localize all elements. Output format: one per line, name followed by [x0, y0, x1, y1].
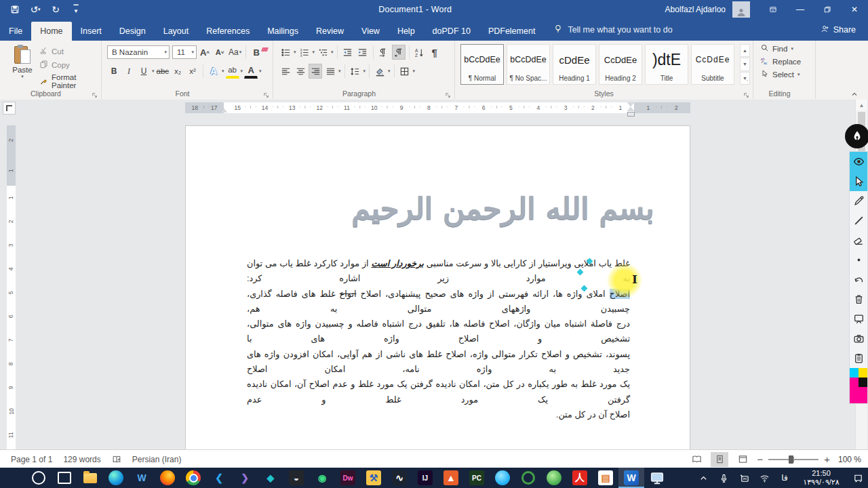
- zoom-slider[interactable]: [768, 459, 818, 460]
- dot-size-icon[interactable]: [850, 250, 867, 270]
- vertical-ruler[interactable]: 21123456789101112: [7, 125, 16, 449]
- replace-button[interactable]: abac Replace: [760, 56, 815, 66]
- style-subtitle[interactable]: CcDdEeSubtitle: [691, 44, 734, 85]
- numbering-button[interactable]: [298, 45, 311, 60]
- tab-view[interactable]: View: [353, 22, 389, 41]
- bullets-button[interactable]: [279, 45, 292, 60]
- cortana-icon[interactable]: [26, 468, 52, 488]
- matlab-icon[interactable]: ▲: [438, 468, 464, 488]
- tab-design[interactable]: Design: [111, 22, 155, 41]
- green-ring-app-icon[interactable]: [515, 468, 541, 488]
- page-indicator[interactable]: Page 1 of 1: [11, 455, 52, 464]
- multilevel-list-button[interactable]: [316, 45, 330, 60]
- find-button[interactable]: Find▾: [760, 43, 815, 54]
- minimize-icon[interactable]: —: [787, 0, 814, 19]
- zoom-slider-thumb[interactable]: [789, 455, 793, 464]
- clipboard-icon[interactable]: [850, 348, 867, 368]
- dreamweaver-icon[interactable]: Dw: [335, 468, 361, 488]
- tab-references[interactable]: References: [197, 22, 258, 41]
- undo-icon[interactable]: [850, 270, 867, 289]
- file-explorer-icon[interactable]: [77, 468, 103, 488]
- align-left-button[interactable]: [279, 64, 292, 79]
- word-icon[interactable]: W: [618, 468, 644, 488]
- text-effects-button[interactable]: A: [207, 64, 220, 79]
- justify-button[interactable]: [323, 64, 337, 79]
- tab-pdfelement[interactable]: PDFelement: [479, 22, 544, 41]
- tab-home[interactable]: Home: [31, 22, 71, 41]
- cursor-icon[interactable]: [850, 171, 867, 191]
- pycharm-icon[interactable]: PC: [464, 468, 490, 488]
- style-nospace[interactable]: bCcDdEe¶ No Spac...: [507, 44, 550, 85]
- align-right-button[interactable]: [309, 64, 322, 79]
- pencil-icon[interactable]: [850, 191, 867, 211]
- whiteboard-icon[interactable]: [850, 309, 867, 329]
- customize-quick-access-icon[interactable]: ▔▾: [71, 4, 81, 15]
- tools-app-icon[interactable]: ⚒: [361, 468, 387, 488]
- wifi-icon[interactable]: [754, 468, 774, 488]
- redo-icon[interactable]: ↻: [50, 4, 61, 15]
- color-swatch[interactable]: [859, 368, 867, 378]
- tab-layout[interactable]: Layout: [155, 22, 198, 41]
- dark-curves-app-icon[interactable]: ∿: [387, 468, 412, 488]
- subscript-button[interactable]: x₂: [171, 64, 184, 79]
- tab-insert[interactable]: Insert: [72, 22, 111, 41]
- copy-button[interactable]: Copy: [39, 60, 101, 70]
- sort-button[interactable]: AZ: [413, 45, 427, 60]
- close-icon[interactable]: ✕: [841, 0, 868, 19]
- horizontal-ruler[interactable]: 181715141312111098765432112: [185, 102, 690, 113]
- show-paragraph-marks-button[interactable]: ¶: [428, 45, 441, 60]
- format-painter-button[interactable]: Format Painter: [39, 73, 101, 89]
- scroll-up-icon[interactable]: ▲: [856, 100, 867, 110]
- decrease-indent-button[interactable]: [341, 45, 355, 60]
- word-count[interactable]: 129 words: [63, 455, 100, 464]
- camera-icon[interactable]: [850, 329, 867, 348]
- language-indicator[interactable]: Persian (Iran): [132, 455, 182, 464]
- tab-stop-selector[interactable]: [3, 102, 16, 115]
- indent-marker[interactable]: [627, 107, 634, 111]
- right-to-left-button[interactable]: [392, 45, 406, 60]
- clear-formatting-button[interactable]: B: [250, 45, 263, 60]
- underline-button[interactable]: U: [137, 64, 151, 79]
- teal-app-icon[interactable]: ◆: [258, 468, 283, 488]
- print-layout-icon[interactable]: [711, 452, 728, 467]
- undo-icon[interactable]: ↺▾: [30, 4, 41, 15]
- font-dialog-launcher-icon[interactable]: [262, 89, 270, 97]
- style-title[interactable]: )dtETitle: [645, 44, 688, 85]
- pen-input-icon[interactable]: [734, 468, 754, 488]
- clipboard-dialog-launcher-icon[interactable]: [91, 89, 98, 97]
- pen-nib-logo-icon[interactable]: [845, 124, 868, 148]
- zoom-in-button[interactable]: +: [824, 453, 830, 465]
- select-button[interactable]: Select▾: [760, 69, 815, 79]
- share-button[interactable]: Share: [821, 24, 868, 41]
- color-swatch[interactable]: [850, 378, 859, 387]
- screen-recorder-icon[interactable]: [644, 468, 670, 488]
- task-view-icon[interactable]: [52, 468, 77, 488]
- styles-scroll-down-icon[interactable]: ▼: [740, 58, 750, 70]
- color-swatch[interactable]: [850, 368, 859, 378]
- grow-font-button[interactable]: A˄: [198, 45, 212, 60]
- chevron-up-icon[interactable]: [693, 468, 713, 488]
- indent-marker[interactable]: [220, 108, 227, 113]
- start-button[interactable]: [0, 468, 26, 488]
- unity-icon[interactable]: ◒: [283, 468, 309, 488]
- font-size-select[interactable]: 11▾: [172, 45, 197, 59]
- indent-marker[interactable]: [627, 112, 635, 117]
- color-swatch[interactable]: [850, 387, 867, 403]
- increase-indent-button[interactable]: [356, 45, 370, 60]
- left-to-right-button[interactable]: [377, 45, 391, 60]
- styles-dialog-launcher-icon[interactable]: [743, 89, 750, 97]
- font-family-select[interactable]: B Nazanin▾: [107, 45, 170, 59]
- ribbon-display-options-icon[interactable]: [760, 0, 787, 19]
- styles-more-icon[interactable]: ▼̱: [740, 72, 750, 85]
- document-page[interactable]: بسم الله الرحمن الرحیم غلط یاب املایی وی…: [185, 125, 690, 449]
- save-icon[interactable]: [9, 4, 20, 15]
- borders-button[interactable]: [398, 64, 412, 79]
- clock[interactable]: 21:50 ۱۳۹۹/۰۹/۲۸: [795, 469, 848, 487]
- color-palette[interactable]: [850, 368, 867, 403]
- tab-mailings[interactable]: Mailings: [258, 22, 307, 41]
- shading-button[interactable]: [373, 64, 387, 79]
- change-case-button[interactable]: Aa▾: [228, 45, 242, 60]
- intellij-idea-icon[interactable]: IJ: [412, 468, 438, 488]
- tab-help[interactable]: Help: [389, 22, 424, 41]
- style-h1[interactable]: cDdEeHeading 1: [553, 44, 596, 85]
